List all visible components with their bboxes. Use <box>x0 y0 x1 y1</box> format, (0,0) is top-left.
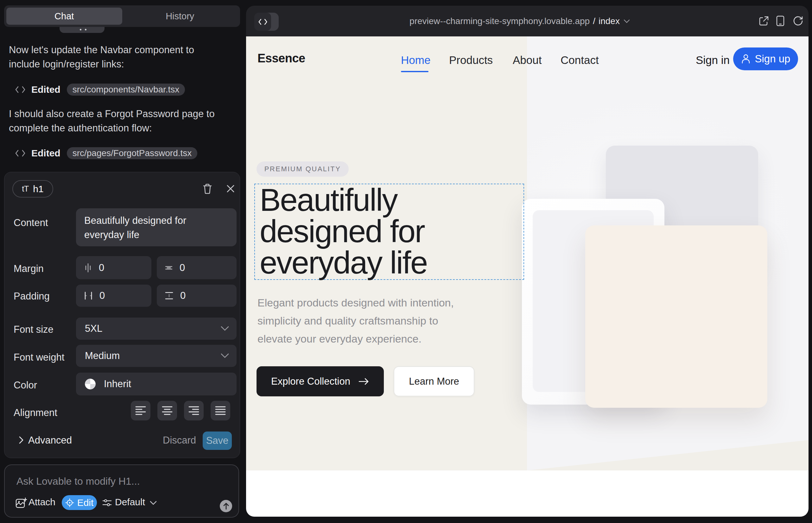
alignment-label: Alignment <box>14 407 57 418</box>
url-domain: preview--charming-site-symphony.lovable.… <box>409 16 590 26</box>
sliders-icon <box>102 498 112 507</box>
url-separator: / <box>593 16 595 26</box>
attach-button[interactable]: Attach <box>29 497 55 507</box>
discard-button[interactable]: Discard <box>163 435 196 446</box>
url-bar[interactable]: preview--charming-site-symphony.lovable.… <box>246 6 809 36</box>
chat-history-tabs: Chat History <box>4 5 240 27</box>
padding-y-input[interactable]: 0 <box>157 285 236 307</box>
font-weight-label: Font weight <box>14 352 64 363</box>
arrow-right-icon <box>358 378 369 385</box>
margin-x-input[interactable]: 0 <box>76 256 152 279</box>
color-select[interactable]: Inherit <box>76 373 236 395</box>
element-tag-label: h1 <box>33 184 43 194</box>
code-icon <box>15 149 26 157</box>
learn-more-button[interactable]: Learn More <box>394 366 474 396</box>
edited-file-badge[interactable]: src/pages/ForgotPassword.tsx <box>67 147 198 159</box>
align-left-button[interactable] <box>131 401 151 420</box>
edit-mode-button[interactable]: Edit <box>62 495 97 510</box>
lovable-app: Chat History Now let's update the Navbar… <box>0 0 812 523</box>
open-external-icon[interactable] <box>758 16 769 26</box>
close-icon[interactable] <box>224 182 237 195</box>
chevron-right-icon <box>18 436 24 444</box>
color-swatch <box>85 379 96 390</box>
margin-label: Margin <box>14 263 44 274</box>
font-size-label: Font size <box>14 324 54 335</box>
hero-heading[interactable]: Beautifully designed for everyday life <box>260 184 427 278</box>
chevron-down-icon <box>150 501 157 505</box>
font-weight-select[interactable]: Medium <box>76 345 236 367</box>
nav-contact[interactable]: Contact <box>561 54 599 67</box>
edited-file-badge[interactable]: src/components/Navbar.tsx <box>67 84 185 96</box>
site-logo[interactable]: Essence <box>258 52 305 65</box>
signup-button[interactable]: Sign up <box>733 48 798 70</box>
chat-message: I should also create a Forgot Password p… <box>9 107 215 135</box>
site-preview: PREMIUM QUALITY Beautifully designed for… <box>246 36 809 517</box>
attach-icon <box>16 497 27 508</box>
padding-horizontal-icon <box>84 291 93 301</box>
align-right-button[interactable] <box>184 401 204 420</box>
content-label: Content <box>14 217 48 229</box>
selected-element-outline[interactable]: Beautifully designed for everyday life <box>254 184 524 280</box>
mode-select[interactable]: Default <box>115 497 145 507</box>
text-type-icon: tT <box>22 184 29 194</box>
hero-paragraph: Elegant products designed with intention… <box>258 294 454 348</box>
composer-input[interactable]: Ask Lovable to modify H1... <box>16 475 140 487</box>
chat-message: Now let's update the Navbar component to… <box>9 43 194 71</box>
explore-collection-button[interactable]: Explore Collection <box>257 366 384 396</box>
chevron-down-icon <box>221 326 229 331</box>
arrow-up-icon <box>223 502 229 510</box>
nav-home[interactable]: Home <box>401 54 430 67</box>
url-page: index <box>599 16 620 26</box>
element-editor-panel: tT h1 Content Beautifully designed for e… <box>4 172 240 458</box>
save-button[interactable]: Save <box>203 432 232 450</box>
nav-products[interactable]: Products <box>449 54 493 67</box>
align-center-button[interactable] <box>157 401 177 420</box>
edited-label: Edited <box>31 84 60 95</box>
delete-icon[interactable] <box>201 182 214 195</box>
send-button[interactable] <box>220 500 232 512</box>
signin-link[interactable]: Sign in <box>696 54 730 67</box>
mobile-view-icon[interactable] <box>776 16 785 26</box>
content-input[interactable]: Beautifully designed for everyday life <box>76 208 236 246</box>
chat-composer: Ask Lovable to modify H1... Attach Edit … <box>4 465 239 518</box>
font-size-select[interactable]: 5XL <box>76 318 236 340</box>
element-tag-pill[interactable]: tT h1 <box>12 180 53 198</box>
code-icon <box>15 86 26 93</box>
margin-y-input[interactable]: 0 <box>157 256 236 279</box>
margin-horizontal-icon <box>84 263 92 273</box>
edited-file-row: Edited src/pages/ForgotPassword.tsx <box>15 147 197 159</box>
edited-file-row: Edited src/components/Navbar.tsx <box>15 84 185 96</box>
user-icon <box>741 54 751 64</box>
tab-chat[interactable]: Chat <box>6 7 122 25</box>
padding-vertical-icon <box>164 291 174 301</box>
browser-chrome: preview--charming-site-symphony.lovable.… <box>246 6 809 36</box>
chat-sidebar: Chat History Now let's update the Navbar… <box>0 0 246 523</box>
refresh-icon[interactable] <box>793 16 803 26</box>
color-label: Color <box>14 380 37 391</box>
chevron-down-icon <box>623 19 630 23</box>
site-navbar: Essence Home Products About Contact Sign… <box>246 36 809 84</box>
margin-vertical-icon <box>164 263 173 273</box>
padding-label: Padding <box>14 291 50 302</box>
nav-active-underline <box>401 71 428 72</box>
advanced-toggle[interactable]: Advanced <box>28 435 72 446</box>
tab-history[interactable]: History <box>122 7 238 25</box>
edited-label: Edited <box>31 148 60 159</box>
align-justify-button[interactable] <box>211 401 230 420</box>
padding-x-input[interactable]: 0 <box>76 285 152 307</box>
decor-card-cream <box>585 226 767 408</box>
preview-panel: preview--charming-site-symphony.lovable.… <box>246 6 809 517</box>
truncated-chat-bubble <box>59 27 105 33</box>
quality-badge: PREMIUM QUALITY <box>257 161 349 177</box>
target-icon <box>65 498 74 507</box>
nav-about[interactable]: About <box>513 54 542 67</box>
hero-section: PREMIUM QUALITY Beautifully designed for… <box>246 36 809 470</box>
chevron-down-icon <box>221 353 229 358</box>
